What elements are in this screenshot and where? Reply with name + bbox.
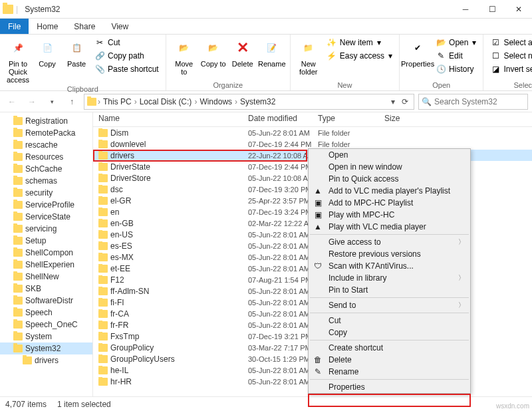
- tree-item[interactable]: ServiceProfile: [0, 199, 92, 211]
- pin-button[interactable]: 📌 Pin to Quick access: [4, 36, 32, 85]
- file-date: 05-Jun-22 8:01 AM: [243, 310, 313, 318]
- context-item[interactable]: 🛡Scan with K7AntiVirus...: [309, 260, 470, 272]
- tree-item[interactable]: ShellCompon: [0, 247, 92, 259]
- crumb[interactable]: Local Disk (C:): [138, 97, 194, 106]
- copy-button[interactable]: 📄 Copy: [33, 36, 61, 69]
- copy-path-button[interactable]: 🔗Copy path: [92, 49, 162, 63]
- col-size[interactable]: Size: [379, 112, 419, 126]
- delete-button[interactable]: ✕Delete: [229, 36, 257, 69]
- edit-icon: ✎: [436, 51, 446, 61]
- crumb[interactable]: System32: [239, 97, 277, 106]
- tree-item[interactable]: SchCache: [0, 163, 92, 175]
- invert-icon: ◪: [490, 64, 501, 74]
- context-item[interactable]: Send to〉: [309, 299, 470, 311]
- context-item[interactable]: ✎Rename: [309, 366, 470, 378]
- col-name[interactable]: Name: [93, 112, 243, 126]
- shield-icon: 🛡: [313, 261, 323, 271]
- open-button[interactable]: 📂Open▾: [433, 36, 479, 49]
- paste-button[interactable]: 📋 Paste: [63, 36, 90, 69]
- tab-share[interactable]: Share: [66, 19, 103, 34]
- context-item[interactable]: Create shortcut: [309, 342, 470, 354]
- folder-icon: [98, 276, 108, 284]
- context-item[interactable]: Pin to Quick access: [309, 173, 470, 185]
- search-box[interactable]: 🔍: [418, 94, 528, 110]
- tab-view[interactable]: View: [103, 19, 136, 34]
- up-button[interactable]: ↑: [64, 94, 80, 110]
- tree-item[interactable]: Resources: [0, 151, 92, 163]
- tree-item[interactable]: Registration: [0, 115, 92, 127]
- context-item[interactable]: Give access to〉: [309, 236, 470, 248]
- properties-button[interactable]: ✔Properties: [404, 36, 432, 69]
- context-item[interactable]: Open: [309, 149, 470, 161]
- file-date: 07-Aug-21 1:54 PM: [243, 276, 313, 284]
- context-item[interactable]: ▣Add to MPC-HC Playlist: [309, 197, 470, 209]
- select-none-button[interactable]: ☐Select none: [487, 49, 532, 63]
- easy-access-button[interactable]: ⚡Easy access▾: [324, 49, 395, 63]
- paste-shortcut-button[interactable]: 📎Paste shortcut: [92, 63, 162, 76]
- context-item[interactable]: 🗑Delete: [309, 354, 470, 366]
- forward-button[interactable]: →: [24, 94, 40, 110]
- refresh-button[interactable]: ▾ ⟳: [388, 97, 411, 106]
- cut-button[interactable]: ✂Cut: [92, 36, 162, 49]
- crumb[interactable]: This PC: [102, 97, 133, 106]
- tree-label: ShellCompon: [25, 248, 73, 257]
- context-item[interactable]: ▲Play with VLC media player: [309, 221, 470, 233]
- list-header[interactable]: Name Date modified Type Size: [93, 112, 532, 127]
- tree-item[interactable]: security: [0, 187, 92, 199]
- copy-to-button[interactable]: 📂Copy to: [200, 36, 227, 69]
- search-input[interactable]: [434, 97, 525, 106]
- context-item[interactable]: Copy: [309, 327, 470, 339]
- history-button[interactable]: 🕓History: [433, 63, 479, 76]
- file-row[interactable]: Dism05-Jun-22 8:01 AMFile folder: [93, 127, 532, 138]
- select-all-button[interactable]: ☑Select all: [487, 36, 532, 49]
- folder-icon: [13, 249, 23, 257]
- tree-item[interactable]: servicing: [0, 223, 92, 235]
- close-button[interactable]: ✕: [505, 0, 532, 19]
- context-item[interactable]: Include in library〉: [309, 272, 470, 284]
- context-item[interactable]: ▣Play with MPC-HC: [309, 209, 470, 221]
- col-type[interactable]: Type: [313, 112, 379, 126]
- rename-button[interactable]: 📝Rename: [258, 36, 286, 69]
- tab-home[interactable]: Home: [29, 19, 66, 34]
- back-button[interactable]: ←: [4, 94, 20, 110]
- tree-item[interactable]: Speech: [0, 307, 92, 319]
- context-item[interactable]: ▲Add to VLC media player's Playlist: [309, 185, 470, 197]
- edit-button[interactable]: ✎Edit: [433, 49, 479, 63]
- crumb[interactable]: Windows: [198, 97, 233, 106]
- tree-item[interactable]: Speech_OneC: [0, 319, 92, 331]
- pin-icon: 📌: [7, 37, 29, 59]
- tree-item[interactable]: schemas: [0, 175, 92, 187]
- new-folder-button[interactable]: 📁New folder: [295, 36, 323, 77]
- recent-button[interactable]: ▾: [44, 94, 60, 110]
- col-date[interactable]: Date modified: [243, 112, 313, 126]
- title-bar: | System32 ─ ☐ ✕: [0, 0, 532, 19]
- context-item[interactable]: Properties: [309, 381, 470, 393]
- move-to-button[interactable]: 📂Move to: [170, 36, 198, 77]
- tree-item[interactable]: drivers: [0, 354, 92, 366]
- address-bar[interactable]: › This PC› Local Disk (C:)› Windows› Sys…: [84, 94, 414, 110]
- tree-item[interactable]: RemotePacka: [0, 127, 92, 139]
- tree-item[interactable]: System: [0, 331, 92, 342]
- nav-tree[interactable]: RegistrationRemotePackarescacheResources…: [0, 112, 93, 396]
- context-item[interactable]: Open in new window: [309, 161, 470, 173]
- tab-file[interactable]: File: [0, 19, 29, 34]
- file-name: fr-FR: [110, 321, 128, 330]
- maximize-button[interactable]: ☐: [479, 0, 505, 19]
- tree-item[interactable]: Setup: [0, 235, 92, 247]
- tree-item[interactable]: System32: [0, 342, 92, 354]
- tree-item[interactable]: SKB: [0, 283, 92, 295]
- minimize-button[interactable]: ─: [452, 0, 479, 19]
- context-item[interactable]: Restore previous versions: [309, 248, 470, 260]
- invert-selection-button[interactable]: ◪Invert selection: [487, 63, 532, 76]
- context-item[interactable]: Pin to Start: [309, 284, 470, 296]
- tree-item[interactable]: rescache: [0, 139, 92, 151]
- file-date: 03-Mar-22 7:17 PM: [243, 344, 313, 352]
- tree-item[interactable]: SoftwareDistr: [0, 295, 92, 307]
- copyto-icon: 📂: [203, 37, 224, 59]
- tree-item[interactable]: ShellNew: [0, 271, 92, 283]
- tree-item[interactable]: ServiceState: [0, 211, 92, 223]
- tree-label: SKB: [25, 284, 41, 293]
- new-item-button[interactable]: ✨New item▾: [324, 36, 395, 49]
- context-item[interactable]: Cut: [309, 315, 470, 327]
- tree-item[interactable]: ShellExperien: [0, 259, 92, 271]
